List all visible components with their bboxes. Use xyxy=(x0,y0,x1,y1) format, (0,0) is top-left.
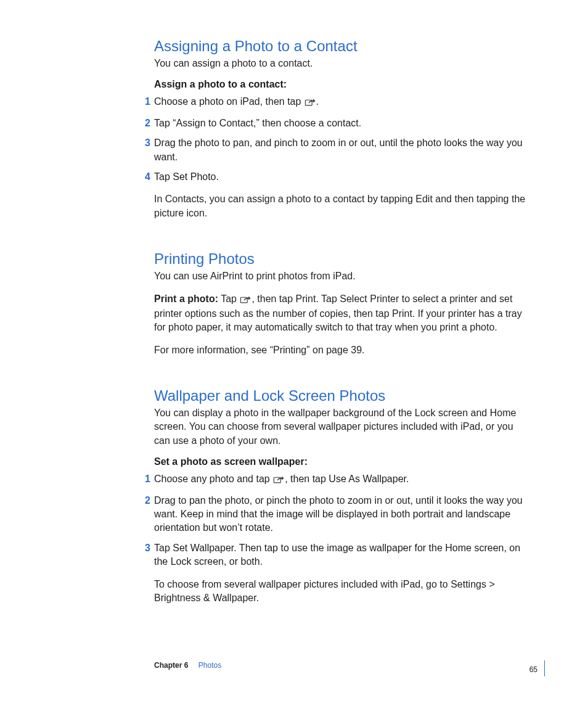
share-icon xyxy=(273,474,284,487)
document-page: Assigning a Photo to a Contact You can a… xyxy=(0,0,588,706)
print-pre: Tap xyxy=(218,293,239,304)
section-wallpaper: Wallpaper and Lock Screen Photos You can… xyxy=(154,387,526,605)
section-assigning-photo: Assigning a Photo to a Contact You can a… xyxy=(154,37,526,220)
footer-chapter: Chapter 6 xyxy=(154,661,188,670)
step-text: , then tap Use As Wallpaper. xyxy=(285,474,409,484)
intro-printing: You can use AirPrint to print photos fro… xyxy=(154,269,526,283)
list-item: Tap Set Wallpaper. Then tap to use the i… xyxy=(154,541,526,569)
share-icon xyxy=(240,293,251,307)
footer-inner: Chapter 6 Photos xyxy=(154,659,539,674)
paragraph-more-info: For more information, see “Printing” on … xyxy=(154,343,526,357)
step-text: Choose any photo and tap xyxy=(154,474,272,484)
intro-assigning: You can assign a photo to a contact. xyxy=(154,57,526,70)
footer-section-title: Photos xyxy=(198,661,221,670)
steps-assign-contact: Choose a photo on iPad, then tap . Tap “… xyxy=(154,95,526,184)
step-text: . xyxy=(316,96,319,107)
subhead-set-wallpaper: Set a photo as screen wallpaper: xyxy=(154,456,526,467)
list-item: Drag the photo to pan, and pinch to zoom… xyxy=(154,136,526,164)
step-text: Choose a photo on iPad, then tap xyxy=(154,96,304,107)
footer-chapter-label: Chapter 6 xyxy=(154,661,188,670)
list-item: Choose a photo on iPad, then tap . xyxy=(154,95,526,110)
list-item: Tap “Assign to Contact,” then choose a c… xyxy=(154,117,526,130)
share-icon xyxy=(304,96,316,110)
paragraph-print-photo: Print a photo: Tap , then tap Print. Tap… xyxy=(154,292,526,335)
list-item: Drag to pan the photo, or pinch the phot… xyxy=(154,494,526,535)
list-item: Tap Set Photo. xyxy=(154,170,526,184)
page-footer: Chapter 6 Photos xyxy=(0,659,588,674)
content-area: Assigning a Photo to a Contact You can a… xyxy=(154,37,526,614)
footer-page-number: 65 xyxy=(529,665,537,674)
intro-wallpaper: You can display a photo in the wallpaper… xyxy=(154,406,526,448)
heading-assigning: Assigning a Photo to a Contact xyxy=(154,37,526,55)
print-lead: Print a photo: xyxy=(154,293,218,304)
paragraph: To choose from several wallpaper picture… xyxy=(154,578,526,605)
footer-rule xyxy=(544,660,545,676)
paragraph: In Contacts, you can assign a photo to a… xyxy=(154,192,526,220)
subhead-assign-contact: Assign a photo to a contact: xyxy=(154,79,526,90)
steps-set-wallpaper: Choose any photo and tap , then tap Use … xyxy=(154,472,526,568)
heading-wallpaper: Wallpaper and Lock Screen Photos xyxy=(154,387,526,405)
list-item: Choose any photo and tap , then tap Use … xyxy=(154,472,526,487)
section-printing: Printing Photos You can use AirPrint to … xyxy=(154,250,526,357)
heading-printing: Printing Photos xyxy=(154,250,526,268)
